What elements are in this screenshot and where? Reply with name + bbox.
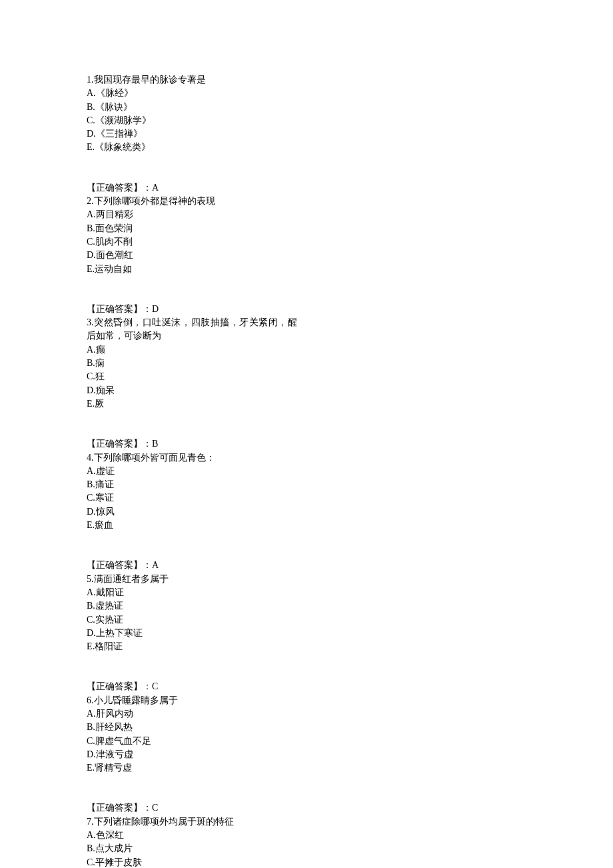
option-line: E.肾精亏虚 xyxy=(87,761,297,775)
answer-line: 【正确答案】：A xyxy=(87,559,297,572)
answer-line: 【正确答案】：C xyxy=(87,801,297,815)
option-line: D.面色潮红 xyxy=(87,249,297,262)
option-line: A.肝风内动 xyxy=(87,707,297,721)
option-line: D.津液亏虚 xyxy=(87,748,297,761)
option-line: B.点大成片 xyxy=(87,842,297,855)
question-text: 6.小儿昏睡露睛多属于 xyxy=(87,694,297,707)
option-line: C.《濒湖脉学》 xyxy=(87,114,297,127)
option-line: B.痛证 xyxy=(87,478,297,491)
option-line: E.运动自如 xyxy=(87,263,297,276)
question-text: 5.满面通红者多属于 xyxy=(87,573,297,586)
question-text: 3.突然昏倒，口吐涎沫，四肢抽搐，牙关紧闭，醒后如常，可诊断为 xyxy=(87,316,297,343)
option-line: C.肌肉不削 xyxy=(87,235,297,249)
option-line: D.《三指禅》 xyxy=(87,127,297,141)
option-line: B.痫 xyxy=(87,357,297,370)
answer-line: 【正确答案】：B xyxy=(87,437,297,451)
answer-block: 【正确答案】：C7.下列诸症除哪项外均属于斑的特征A.色深红B.点大成片C.平摊… xyxy=(87,801,297,868)
option-line: A.色深红 xyxy=(87,829,297,842)
question-text: 7.下列诸症除哪项外均属于斑的特征 xyxy=(87,815,297,829)
question-text: 1.我国现存最早的脉诊专著是 xyxy=(87,73,297,87)
answer-block: 【正确答案】：B4.下列除哪项外皆可面见青色：A.虚证B.痛证C.寒证D.惊风E… xyxy=(87,437,297,532)
question-text: 4.下列除哪项外皆可面见青色： xyxy=(87,451,297,465)
option-line: E.《脉象统类》 xyxy=(87,141,297,154)
option-line: A.《脉经》 xyxy=(87,87,297,100)
option-line: E.格阳证 xyxy=(87,640,297,653)
option-line: E.厥 xyxy=(87,397,297,411)
option-line: A.戴阳证 xyxy=(87,586,297,599)
option-line: B.面色荣润 xyxy=(87,222,297,235)
answer-line: 【正确答案】：D xyxy=(87,303,297,316)
answer-line: 【正确答案】：C xyxy=(87,680,297,693)
question-text: 2.下列除哪项外都是得神的表现 xyxy=(87,195,297,208)
option-line: D.痴呆 xyxy=(87,384,297,397)
option-line: A.两目精彩 xyxy=(87,208,297,221)
option-line: D.上热下寒证 xyxy=(87,627,297,640)
answer-block: 【正确答案】：D3.突然昏倒，口吐涎沫，四肢抽搐，牙关紧闭，醒后如常，可诊断为A… xyxy=(87,303,297,411)
answer-block: 【正确答案】：A5.满面通红者多属于A.戴阳证B.虚热证C.实热证D.上热下寒证… xyxy=(87,559,297,653)
option-line: B.肝经风热 xyxy=(87,721,297,734)
option-line: C.平摊于皮肤 xyxy=(87,856,297,868)
option-line: C.脾虚气血不足 xyxy=(87,735,297,748)
option-line: D.惊风 xyxy=(87,505,297,519)
question-block: 1.我国现存最早的脉诊专著是A.《脉经》B.《脉诀》C.《濒湖脉学》D.《三指禅… xyxy=(87,73,297,155)
option-line: B.虚热证 xyxy=(87,599,297,613)
answer-block: 【正确答案】：A2.下列除哪项外都是得神的表现A.两目精彩B.面色荣润C.肌肉不… xyxy=(87,181,297,276)
answer-line: 【正确答案】：A xyxy=(87,181,297,195)
option-line: C.实热证 xyxy=(87,613,297,627)
option-line: B.《脉诀》 xyxy=(87,101,297,114)
option-line: A.癫 xyxy=(87,343,297,357)
answer-block: 【正确答案】：C6.小儿昏睡露睛多属于A.肝风内动B.肝经风热C.脾虚气血不足D… xyxy=(87,680,297,775)
option-line: A.虚证 xyxy=(87,465,297,478)
option-line: C.寒证 xyxy=(87,491,297,505)
option-line: C.狂 xyxy=(87,370,297,383)
option-line: E.瘀血 xyxy=(87,519,297,532)
